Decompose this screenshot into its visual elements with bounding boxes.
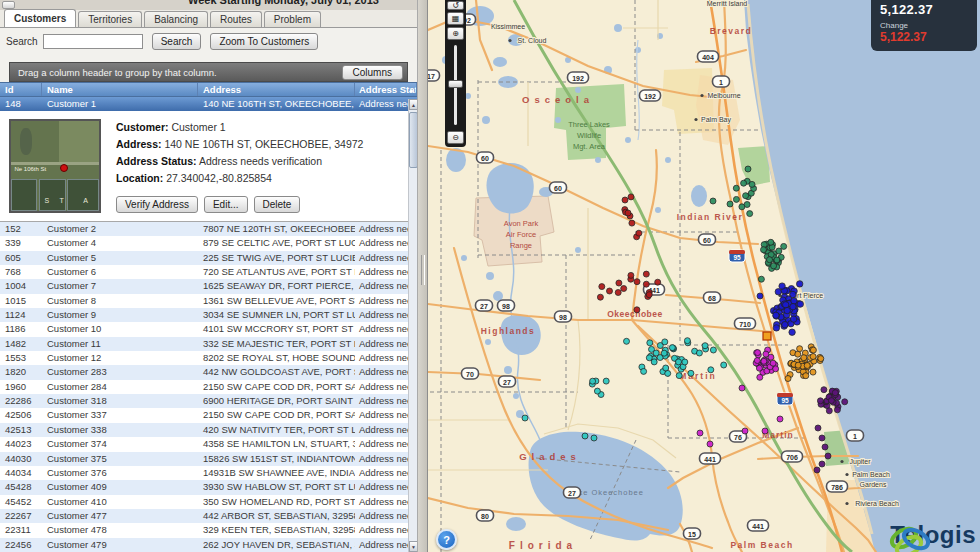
customer-dot[interactable]: [643, 281, 649, 287]
customer-dot[interactable]: [758, 276, 764, 282]
table-row[interactable]: 768Customer 6720 SE ATLANTUS AVE, PORT S…: [0, 265, 417, 279]
collapse-left-button[interactable]: [2, 1, 15, 9]
zoom-in-icon[interactable]: ⊕: [447, 27, 464, 40]
customer-dot[interactable]: [810, 354, 816, 360]
zoom-to-customers-button[interactable]: Zoom To Customers: [210, 33, 318, 50]
customer-dot[interactable]: [757, 374, 763, 380]
customer-dot[interactable]: [785, 376, 791, 382]
customer-dot[interactable]: [733, 196, 739, 202]
customer-dot[interactable]: [773, 312, 779, 318]
customer-dot[interactable]: [688, 370, 694, 376]
customer-dot[interactable]: [755, 350, 761, 356]
customer-dot[interactable]: [814, 467, 820, 473]
customer-dot[interactable]: [834, 407, 840, 413]
column-header-name[interactable]: Name: [42, 83, 198, 96]
customer-dot[interactable]: [603, 378, 609, 384]
customer-dot[interactable]: [708, 367, 714, 373]
customer-dot[interactable]: [629, 220, 635, 226]
table-row[interactable]: 42506Customer 3372150 SW CAPE COD DR, PO…: [0, 408, 417, 422]
table-row[interactable]: 22311Customer 478329 KEEN TER, SEBASTIAN…: [0, 523, 417, 537]
customer-dot[interactable]: [771, 263, 777, 269]
customer-dot[interactable]: [797, 301, 803, 307]
customer-dot[interactable]: [661, 350, 667, 356]
customer-dot[interactable]: [744, 202, 750, 208]
zoom-slider[interactable]: [447, 43, 464, 127]
customer-dot[interactable]: [819, 461, 825, 467]
columns-button[interactable]: Columns: [342, 65, 403, 80]
table-row[interactable]: 1015Customer 81361 SW BELLEVUE AVE, PORT…: [0, 294, 417, 308]
customer-dot[interactable]: [756, 365, 762, 371]
customer-dot[interactable]: [761, 247, 767, 253]
customer-dot[interactable]: [702, 343, 708, 349]
customer-dot[interactable]: [621, 286, 627, 292]
customer-dot[interactable]: [743, 193, 749, 199]
table-row[interactable]: 1553Customer 128202 SE ROYAL ST, HOBE SO…: [0, 351, 417, 365]
customer-dot[interactable]: [651, 359, 657, 365]
customer-dot[interactable]: [783, 302, 789, 308]
column-header-id[interactable]: Id: [0, 83, 42, 96]
map-panel[interactable]: OsceolaBrevardIndian RiverOkeechobeeHigh…: [428, 0, 980, 552]
undo-icon[interactable]: ↺: [447, 1, 464, 10]
tab-routes[interactable]: Routes: [210, 11, 262, 27]
table-row[interactable]: 22286Customer 3186900 HERITAGE DR, PORT …: [0, 394, 417, 408]
tab-territories[interactable]: Territories: [78, 11, 142, 27]
customer-dot[interactable]: [821, 387, 827, 393]
customer-dot[interactable]: [762, 428, 768, 434]
customer-dot[interactable]: [791, 298, 797, 304]
customer-dot[interactable]: [803, 373, 809, 379]
customer-dot[interactable]: [607, 288, 613, 294]
customer-dot[interactable]: [745, 166, 751, 172]
vertical-scrollbar[interactable]: ▲ ▼: [408, 99, 417, 552]
customer-dot[interactable]: [634, 307, 640, 313]
table-row[interactable]: 152Customer 27807 NE 120TH ST, OKEECHOBE…: [0, 222, 417, 236]
table-row[interactable]: 44023Customer 3744358 SE HAMILTON LN, ST…: [0, 437, 417, 451]
map-zoom-control[interactable]: ↺ ▦ ⊕ ⊖: [445, 0, 466, 147]
customer-dot[interactable]: [727, 201, 733, 207]
table-row[interactable]: 1186Customer 104101 SW MCCRORY ST, PORT …: [0, 322, 417, 336]
table-row[interactable]: 1124Customer 93034 SE SUMNER LN, PORT ST…: [0, 308, 417, 322]
customer-dot[interactable]: [628, 194, 634, 200]
customer-dot[interactable]: [810, 369, 816, 375]
customer-dot[interactable]: [628, 272, 634, 278]
customer-dot[interactable]: [789, 329, 795, 335]
customer-dot[interactable]: [784, 307, 790, 313]
aerial-thumbnail[interactable]: Ne 106th St S T A: [9, 119, 101, 213]
customer-dot[interactable]: [797, 346, 803, 352]
table-row[interactable]: 1820Customer 283442 NW GOLDCOAST AVE, PO…: [0, 365, 417, 379]
customer-dot[interactable]: [663, 365, 669, 371]
customer-dot[interactable]: [761, 358, 767, 364]
table-row[interactable]: 339Customer 4879 SE CELTIC AVE, PORT ST …: [0, 236, 417, 250]
table-row[interactable]: 42513Customer 338420 SW NATIVITY TER, PO…: [0, 423, 417, 437]
customer-dot[interactable]: [779, 283, 785, 289]
customer-dot[interactable]: [634, 279, 640, 285]
customer-dot[interactable]: [669, 345, 675, 351]
customer-dot[interactable]: [676, 359, 682, 365]
edit-button[interactable]: Edit...: [204, 196, 248, 213]
search-input[interactable]: [43, 34, 143, 49]
selected-table-row[interactable]: 148 Customer 1 140 NE 106TH ST, OKEECHOB…: [0, 97, 417, 111]
column-header-address[interactable]: Address: [198, 83, 355, 96]
help-button[interactable]: ?: [436, 529, 457, 550]
customer-dot[interactable]: [795, 362, 801, 368]
customer-dot[interactable]: [776, 248, 782, 254]
florida-map[interactable]: OsceolaBrevardIndian RiverOkeechobeeHigh…: [428, 0, 980, 552]
customer-dot[interactable]: [817, 398, 823, 404]
table-row[interactable]: 1960Customer 2842150 SW CAPE COD DR, POR…: [0, 380, 417, 394]
group-by-bar[interactable]: Drag a column header to group by that co…: [9, 62, 408, 82]
customer-dot[interactable]: [733, 185, 739, 191]
table-row[interactable]: 605Customer 5225 SE TWIG AVE, PORT ST LU…: [0, 251, 417, 265]
table-row[interactable]: 22267Customer 477442 ARBOR ST, SEBASTIAN…: [0, 509, 417, 523]
panel-splitter[interactable]: [417, 0, 428, 552]
customer-dot[interactable]: [582, 433, 588, 439]
highlighted-stop-marker[interactable]: [763, 332, 771, 340]
customer-dot[interactable]: [684, 338, 690, 344]
customer-dot[interactable]: [757, 293, 763, 299]
customer-dot[interactable]: [818, 356, 824, 362]
customer-dot[interactable]: [801, 355, 807, 361]
customer-dot[interactable]: [615, 290, 621, 296]
customer-dot[interactable]: [707, 441, 713, 447]
customer-dot[interactable]: [682, 359, 688, 365]
table-row[interactable]: 44034Customer 37614931B SW SHAWNEE AVE, …: [0, 466, 417, 480]
customer-dot[interactable]: [804, 363, 810, 369]
customer-dot[interactable]: [697, 430, 703, 436]
